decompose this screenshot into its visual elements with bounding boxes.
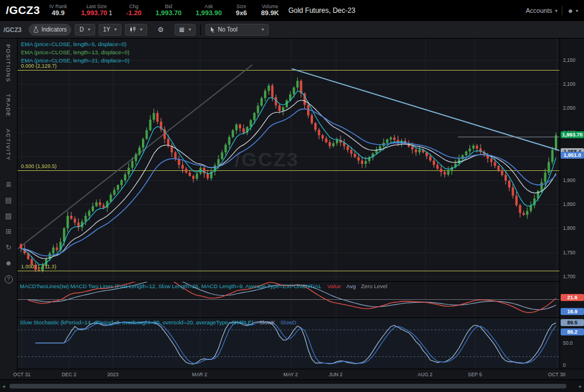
macd-study-label[interactable]: MACDTwoLines(tw) MACD Two Lines (Fast Le… [20, 283, 321, 289]
time-axis: OCT 31DEC 22023MAR 2MAY 2JUN 2AUG 2SEP 5… [18, 369, 584, 379]
time-axis-label: DEC 2 [62, 372, 77, 377]
sidebar-item-positions[interactable]: POSITIONS [5, 44, 12, 82]
macd-axis: 021.616.9 [559, 281, 584, 317]
chart-style-dropdown[interactable]: ▾ [125, 24, 147, 36]
quote-field-value: 1,993.701 [81, 9, 112, 17]
macd-legend: ValueAvgZero Level [327, 283, 387, 289]
stoch-badge: 89.5 [561, 319, 584, 326]
header-divider [562, 6, 562, 15]
accounts-menu[interactable]: Accounts ▾ [526, 7, 557, 14]
trading-platform-window: /GCZ3 IV Rank49.9Last Size1,993.701Chg-1… [0, 0, 584, 392]
quote-header: /GCZ3 IV Rank49.9Last Size1,993.701Chg-1… [0, 0, 584, 21]
toolbar-symbol-label: /GCZ3 [4, 26, 22, 33]
range-dropdown[interactable]: 1Y ▾ [99, 24, 121, 36]
quote-field-value: 1,993.70 [155, 9, 182, 17]
chevron-down-icon: ▾ [88, 27, 91, 32]
quote-field-chg: Chg-1.20 [126, 4, 141, 18]
quote-field-label: Last Size [86, 4, 107, 10]
grid-rows-icon[interactable]: ▤ [5, 197, 12, 204]
range-value: 1Y [103, 26, 110, 33]
time-axis-label: MAR 2 [192, 372, 207, 377]
quote-field-value: -1.20 [126, 9, 141, 17]
quote-field-label: Size [237, 4, 246, 10]
account-switcher[interactable]: ☻ ▾ [567, 8, 578, 14]
price-badge: 1,993.70 [561, 131, 584, 138]
price-tick: 1,750 [560, 250, 584, 256]
sidebar-icons: ≣▤▧⊞↻☻? [5, 181, 13, 284]
sidebar-item-activity[interactable]: ACTIVITY [5, 129, 12, 161]
ema-label[interactable]: EMA (price=CLOSE, length=5, displace=0) [21, 41, 130, 47]
chevron-down-icon: ▾ [140, 27, 142, 32]
time-axis-label: SEP 5 [468, 372, 482, 377]
tool-value: No Tool [218, 26, 238, 33]
help-icon[interactable]: ? [5, 275, 13, 284]
ema-label[interactable]: EMA (price=CLOSE, length=13, displace=0) [21, 49, 130, 55]
stoch-tick: 0 [560, 362, 584, 368]
macd-badge: 16.9 [561, 308, 584, 315]
scroll-left-arrow-icon[interactable]: ◂ [2, 383, 5, 389]
quote-field-extra: 1 [109, 10, 112, 16]
watchlist-icon[interactable]: ≣ [5, 181, 11, 188]
legend-item-slowd: SlowD [280, 319, 296, 326]
users-icon[interactable]: ☻ [5, 260, 12, 267]
time-axis-label: OCT 31 [13, 372, 31, 377]
price-axis: 2,1502,1002,0502,0001,9501,9001,8501,800… [559, 38, 584, 281]
chevron-down-icon: ▾ [555, 8, 557, 13]
left-sidebar: POSITIONSTRADEACTIVITY ≣▤▧⊞↻☻? [0, 38, 18, 379]
indicators-button[interactable]: Indicators [29, 24, 71, 36]
history-icon[interactable]: ↻ [5, 244, 11, 251]
time-axis-label: JUN 2 [329, 372, 343, 377]
chevron-down-icon: ▾ [576, 8, 578, 13]
legend-item-avg: Avg [346, 283, 356, 289]
ema-study-labels: EMA (price=CLOSE, length=5, displace=0) … [21, 41, 130, 64]
sidebar-item-trade[interactable]: TRADE [5, 94, 12, 117]
drawing-tool-dropdown[interactable]: No Tool ▾ [206, 24, 269, 36]
panel-divider [18, 317, 584, 318]
sidebar-tabs: POSITIONSTRADEACTIVITY [5, 38, 12, 161]
chart-area: /GCZ3 EMA (price=CLOSE, length=5, displa… [18, 38, 584, 379]
symbol-watermark: /GCZ3 [235, 148, 299, 171]
quote-field-volume: Volume89.9K [261, 4, 279, 18]
grid-layout-dropdown[interactable]: ▦ ▾ [175, 24, 196, 36]
time-axis-label: 2023 [107, 372, 119, 377]
chevron-down-icon: ▾ [189, 27, 191, 32]
quote-field-last-size: Last Size1,993.701 [81, 4, 112, 18]
quote-field-label: IV Rank [49, 4, 67, 10]
instrument-description: Gold Futures, Dec-23 [288, 6, 356, 15]
price-tick: 1,850 [560, 201, 584, 207]
price-badge: 1,951.0 [561, 152, 584, 159]
fib-level-label[interactable]: 0.500 (1,920.5) [21, 163, 57, 169]
quote-field-label: Volume [262, 4, 278, 10]
macd-study-header: MACDTwoLines(tw) MACD Two Lines (Fast Le… [20, 283, 387, 289]
chart-toolbar: /GCZ3 Indicators D ▾ 1Y ▾ ▾ ⚙ ▦ ▾ [0, 21, 584, 38]
cursor-icon [210, 27, 215, 33]
fib-level-label[interactable]: 0.000 (2,129.7) [21, 63, 57, 69]
symbol-title: /GCZ3 [6, 4, 40, 17]
price-tick: 1,700 [560, 274, 584, 279]
accounts-label: Accounts [526, 7, 552, 14]
price-tick: 2,100 [560, 81, 584, 87]
candlestick-style-icon [130, 26, 136, 33]
scrollbar-thumb[interactable] [9, 384, 566, 388]
apps-icon[interactable]: ⊞ [5, 228, 11, 235]
fib-level-label[interactable]: 1.000 (1,711.3) [21, 264, 56, 270]
scroll-right-arrow-icon[interactable]: ▸ [579, 383, 582, 389]
macd-badge: 21.6 [561, 294, 584, 301]
legend-item-slowk: SlowK [259, 319, 275, 326]
grid-layout-icon: ▦ [179, 26, 185, 33]
panel-divider [18, 281, 584, 282]
quote-field-ask: Ask1,993.90 [196, 4, 222, 18]
gear-icon: ⚙ [155, 26, 167, 34]
quote-fields: IV Rank49.9Last Size1,993.701Chg-1.20Bid… [49, 4, 279, 18]
quote-field-label: Ask [204, 4, 213, 10]
stochastic-study-label[interactable]: Slow Stochastic (kPeriod=14, dPeriod=3, … [20, 319, 253, 326]
chart-icon[interactable]: ▧ [5, 212, 12, 219]
period-dropdown[interactable]: D ▾ [75, 24, 95, 36]
stoch-tick: 50.0 [560, 340, 584, 346]
toolbar-divider [200, 24, 201, 35]
stochastic-axis: 10050.0089.586.2 [559, 317, 584, 369]
flask-icon [33, 26, 39, 33]
quote-field-label: Bid [165, 4, 172, 10]
chart-settings-button[interactable]: ⚙ [151, 24, 171, 36]
quote-field-value: 49.9 [51, 9, 64, 17]
